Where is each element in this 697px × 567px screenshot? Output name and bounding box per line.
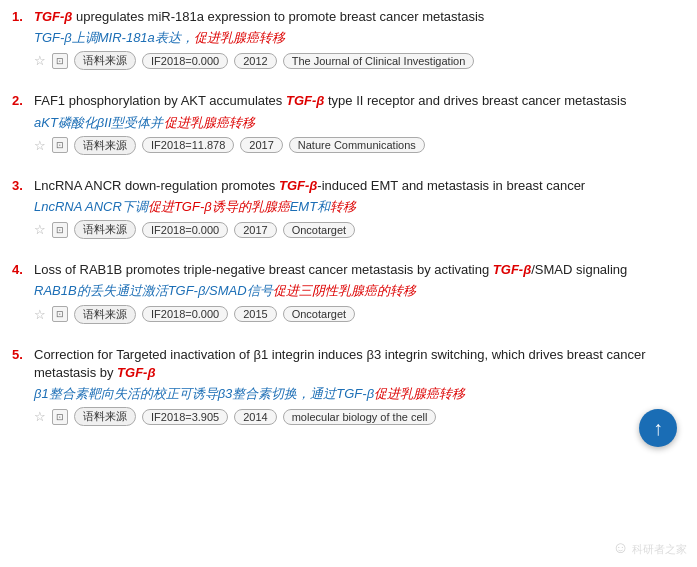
scroll-up-button[interactable]: ↑	[639, 409, 677, 447]
title-text: -induced EMT and metastasis in breast ca…	[317, 178, 585, 193]
year-tag: 2015	[234, 306, 276, 322]
item-row: 3. LncRNA ANCR down-regulation promotes …	[12, 177, 685, 239]
meta-row: ☆ ⊡ 语料来源 IF2018=11.878 2017 Nature Commu…	[34, 136, 685, 155]
tgfb-italic: TGF-β	[286, 93, 324, 108]
year-tag: 2014	[234, 409, 276, 425]
journal-tag[interactable]: The Journal of Clinical Investigation	[283, 53, 475, 69]
article-subtitle: RAB1B的丢失通过激活TGF-β/SMAD信号促进三阴性乳腺癌的转移	[34, 282, 685, 300]
meta-row: ☆ ⊡ 语料来源 IF2018=0.000 2012 The Journal o…	[34, 51, 685, 70]
title-text: /SMAD signaling	[531, 262, 627, 277]
subtitle-highlight: 促进乳腺癌转移	[374, 386, 465, 401]
year-tag: 2017	[240, 137, 282, 153]
copy-icon[interactable]: ⊡	[52, 53, 68, 69]
subtitle-highlight: 促进乳腺癌转移	[164, 115, 255, 130]
star-icon[interactable]: ☆	[34, 222, 46, 237]
if-tag: IF2018=0.000	[142, 53, 228, 69]
result-item-3: 3. LncRNA ANCR down-regulation promotes …	[12, 177, 685, 247]
journal-tag[interactable]: Oncotarget	[283, 222, 355, 238]
year-tag: 2012	[234, 53, 276, 69]
item-number: 5.	[12, 346, 34, 362]
article-title[interactable]: Correction for Targeted inactivation of …	[34, 347, 646, 380]
star-icon[interactable]: ☆	[34, 409, 46, 424]
item-number: 3.	[12, 177, 34, 193]
tgfb-italic: TGF-β	[279, 178, 317, 193]
result-item-2: 2. FAF1 phosphorylation by AKT accumulat…	[12, 92, 685, 162]
item-content: Loss of RAB1B promotes triple-negative b…	[34, 261, 685, 323]
source-tag[interactable]: 语料来源	[74, 220, 136, 239]
results-list: 1. TGF-β upregulates miR-181a expression…	[12, 8, 685, 434]
star-icon[interactable]: ☆	[34, 138, 46, 153]
tgfb-italic: TGF-β	[117, 365, 155, 380]
article-title[interactable]: FAF1 phosphorylation by AKT accumulates …	[34, 93, 626, 108]
result-item-1: 1. TGF-β upregulates miR-181a expression…	[12, 8, 685, 78]
subtitle-highlight: 乳腺癌	[251, 199, 290, 214]
item-number: 4.	[12, 261, 34, 277]
tgfb-italic: TGF-β	[34, 9, 72, 24]
article-subtitle: TGF-β上调MIR-181a表达，促进乳腺癌转移	[34, 29, 685, 47]
item-row: 1. TGF-β upregulates miR-181a expression…	[12, 8, 685, 70]
subtitle-highlight: 促进TGF-β诱导的	[148, 199, 251, 214]
journal-tag[interactable]: Nature Communications	[289, 137, 425, 153]
if-tag: IF2018=11.878	[142, 137, 234, 153]
item-content: Correction for Targeted inactivation of …	[34, 346, 685, 427]
meta-row: ☆ ⊡ 语料来源 IF2018=3.905 2014 molecular bio…	[34, 407, 685, 426]
item-row: 4. Loss of RAB1B promotes triple-negativ…	[12, 261, 685, 323]
result-item-5: 5. Correction for Targeted inactivation …	[12, 346, 685, 435]
article-title[interactable]: LncRNA ANCR down-regulation promotes TGF…	[34, 178, 585, 193]
subtitle-highlight: 转移	[330, 199, 356, 214]
tgfb-italic: TGF-β	[493, 262, 531, 277]
copy-icon[interactable]: ⊡	[52, 409, 68, 425]
source-tag[interactable]: 语料来源	[74, 136, 136, 155]
journal-tag[interactable]: Oncotarget	[283, 306, 355, 322]
subtitle-highlight: 促进三阴性乳腺癌的转移	[273, 283, 416, 298]
article-subtitle: aKT磷酸化βII型受体并促进乳腺癌转移	[34, 114, 685, 132]
star-icon[interactable]: ☆	[34, 307, 46, 322]
title-text: LncRNA ANCR down-regulation promotes	[34, 178, 279, 193]
if-tag: IF2018=0.000	[142, 222, 228, 238]
item-content: FAF1 phosphorylation by AKT accumulates …	[34, 92, 685, 154]
journal-tag[interactable]: molecular biology of the cell	[283, 409, 437, 425]
copy-icon[interactable]: ⊡	[52, 306, 68, 322]
meta-row: ☆ ⊡ 语料来源 IF2018=0.000 2017 Oncotarget	[34, 220, 685, 239]
watermark: ☺ 科研者之家	[613, 539, 687, 557]
year-tag: 2017	[234, 222, 276, 238]
title-text: upregulates miR-181a expression to promo…	[72, 9, 484, 24]
item-number: 2.	[12, 92, 34, 108]
copy-icon[interactable]: ⊡	[52, 222, 68, 238]
if-tag: IF2018=3.905	[142, 409, 228, 425]
article-subtitle: β1整合素靶向失活的校正可诱导β3整合素切换，通过TGF-β促进乳腺癌转移	[34, 385, 685, 403]
copy-icon[interactable]: ⊡	[52, 137, 68, 153]
title-text: type II receptor and drives breast cance…	[324, 93, 626, 108]
item-number: 1.	[12, 8, 34, 24]
if-tag: IF2018=0.000	[142, 306, 228, 322]
result-item-4: 4. Loss of RAB1B promotes triple-negativ…	[12, 261, 685, 331]
title-text: Loss of RAB1B promotes triple-negative b…	[34, 262, 493, 277]
item-row: 2. FAF1 phosphorylation by AKT accumulat…	[12, 92, 685, 154]
source-tag[interactable]: 语料来源	[74, 305, 136, 324]
article-title[interactable]: TGF-β upregulates miR-181a expression to…	[34, 9, 484, 24]
title-text: FAF1 phosphorylation by AKT accumulates	[34, 93, 286, 108]
article-subtitle: LncRNA ANCR下调促进TGF-β诱导的乳腺癌EMT和转移	[34, 198, 685, 216]
star-icon[interactable]: ☆	[34, 53, 46, 68]
subtitle-highlight: 促进乳腺癌转移	[194, 30, 285, 45]
source-tag[interactable]: 语料来源	[74, 407, 136, 426]
item-row: 5. Correction for Targeted inactivation …	[12, 346, 685, 427]
item-content: LncRNA ANCR down-regulation promotes TGF…	[34, 177, 685, 239]
item-content: TGF-β upregulates miR-181a expression to…	[34, 8, 685, 70]
meta-row: ☆ ⊡ 语料来源 IF2018=0.000 2015 Oncotarget	[34, 305, 685, 324]
article-title[interactable]: Loss of RAB1B promotes triple-negative b…	[34, 262, 627, 277]
source-tag[interactable]: 语料来源	[74, 51, 136, 70]
